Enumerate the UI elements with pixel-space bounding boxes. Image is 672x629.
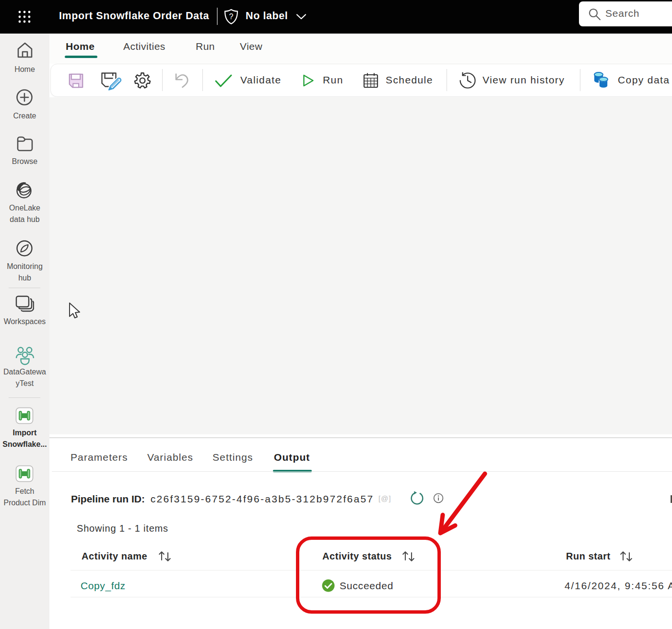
svg-text:?: ? (229, 12, 234, 21)
